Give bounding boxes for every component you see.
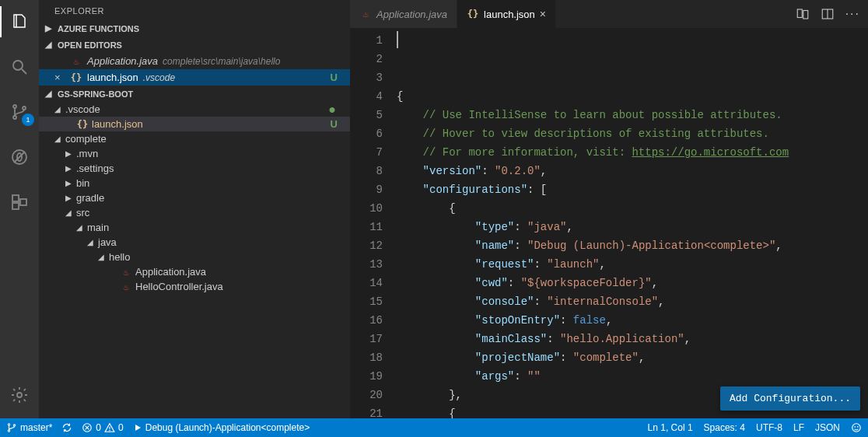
chevron-down-icon: ◢ (96, 253, 106, 261)
cursor (397, 31, 398, 48)
chevron-right-icon: ▶ (42, 23, 54, 33)
activity-settings[interactable] (0, 379, 39, 411)
svg-point-11 (17, 393, 22, 397)
open-editor-name: Application.java (87, 55, 158, 67)
tree-folder[interactable]: ▶.mvn (39, 146, 350, 161)
line-gutter: 123456789101112131415161718192021 (350, 28, 397, 418)
compare-icon[interactable] (796, 7, 810, 21)
open-editor-item[interactable]: ♨ Application.java complete\src\main\jav… (39, 53, 350, 69)
file-tree: ◢.vscode● {}launch.jsonU◢complete▶.mvn▶.… (39, 102, 350, 294)
tree-file[interactable]: ♨Application.java (39, 264, 350, 279)
tree-item-label: main (87, 222, 109, 233)
tab-label: Application.java (376, 9, 447, 20)
close-icon[interactable]: × (540, 8, 546, 20)
activity-debug[interactable] (0, 142, 39, 173)
svg-point-2 (13, 105, 16, 108)
section-project[interactable]: ◢ GS-SPRING-BOOT (39, 86, 350, 102)
tree-folder[interactable]: ▶gradle (39, 191, 350, 205)
svg-point-4 (23, 107, 26, 110)
tab-launch-json[interactable]: {} launch.json × (457, 0, 556, 28)
tree-file[interactable]: {}launch.jsonU (39, 117, 350, 131)
svg-point-26 (857, 427, 858, 428)
sync-icon (61, 422, 72, 433)
activity-extensions[interactable] (0, 187, 39, 218)
activity-explorer[interactable] (0, 6, 39, 37)
status-run-target[interactable]: Debug (Launch)-Application<complete> (133, 422, 310, 433)
tree-folder[interactable]: ▶.settings (39, 161, 350, 176)
svg-point-17 (8, 430, 9, 432)
editor-area: ♨ Application.java {} launch.json × ··· … (350, 0, 868, 418)
svg-point-23 (110, 430, 110, 431)
tree-folder[interactable]: ◢src (39, 205, 350, 220)
tree-item-label: Application.java (135, 266, 206, 278)
spacer (107, 282, 117, 291)
chevron-down-icon: ◢ (53, 135, 62, 143)
tree-item-label: complete (65, 133, 107, 145)
tree-item-label: bin (76, 177, 89, 189)
tree-item-label: .vscode (65, 103, 100, 115)
chevron-down-icon: ◢ (86, 238, 95, 246)
tree-folder[interactable]: ◢hello (39, 250, 350, 264)
code-content[interactable]: { // Use IntelliSense to learn about pos… (397, 28, 868, 418)
extensions-icon (10, 193, 29, 212)
add-configuration-button[interactable]: Add Configuration... (720, 386, 860, 411)
tree-item-label: launch.json (92, 118, 143, 130)
open-editor-item[interactable]: × {} launch.json .vscode U (39, 69, 350, 86)
status-eol[interactable]: LF (793, 422, 804, 433)
chevron-down-icon: ◢ (42, 40, 54, 50)
open-editor-name: launch.json (87, 72, 138, 83)
tree-item-label: HelloController.java (135, 281, 223, 292)
svg-rect-8 (12, 195, 19, 201)
status-sync[interactable] (61, 422, 72, 433)
svg-point-25 (855, 427, 856, 428)
branch-icon (6, 422, 17, 433)
svg-point-16 (8, 424, 9, 425)
gear-icon (10, 386, 29, 404)
section-label: GS-SPRING-BOOT (58, 89, 133, 99)
java-icon: ♨ (359, 9, 372, 19)
scm-badge: 1 (22, 114, 34, 126)
activity-scm[interactable]: 1 (0, 96, 39, 128)
tree-folder[interactable]: ◢java (39, 235, 350, 250)
explorer-sidebar: EXPLORER ▶ AZURE FUNCTIONS ◢ OPEN EDITOR… (39, 0, 350, 418)
chevron-down-icon: ◢ (64, 208, 73, 217)
status-branch[interactable]: master* (6, 422, 52, 433)
close-icon[interactable]: × (54, 72, 65, 83)
tab-label: launch.json (484, 9, 535, 20)
svg-rect-10 (20, 199, 26, 205)
tree-item-label: src (76, 207, 89, 218)
section-label: AZURE FUNCTIONS (58, 24, 139, 33)
activity-bar: 1 (0, 0, 39, 418)
status-position[interactable]: Ln 1, Col 1 (648, 422, 693, 433)
tree-folder[interactable]: ◢main (39, 220, 350, 235)
java-icon: ♨ (70, 56, 82, 67)
svg-point-0 (13, 61, 23, 70)
tree-file[interactable]: ♨HelloController.java (39, 279, 350, 294)
status-problems[interactable]: 0 0 (82, 422, 123, 433)
editor-body[interactable]: 123456789101112131415161718192021 { // U… (350, 28, 868, 418)
status-encoding[interactable]: UTF-8 (756, 422, 782, 433)
tab-application-java[interactable]: ♨ Application.java (350, 0, 457, 28)
smiley-icon (851, 422, 862, 433)
tree-folder[interactable]: ▶bin (39, 176, 350, 191)
more-icon[interactable]: ··· (845, 7, 860, 21)
activity-search[interactable] (0, 51, 39, 82)
status-feedback[interactable] (851, 422, 862, 433)
tab-actions: ··· (788, 0, 868, 28)
section-azure[interactable]: ▶ AZURE FUNCTIONS (39, 20, 350, 37)
chevron-down-icon: ◢ (75, 223, 84, 232)
status-language[interactable]: JSON (815, 422, 840, 433)
git-status: U (331, 118, 344, 130)
split-icon[interactable] (821, 7, 835, 21)
section-open-editors[interactable]: ◢ OPEN EDITORS (39, 37, 350, 53)
svg-rect-13 (803, 11, 807, 19)
tree-item-label: gradle (76, 192, 104, 204)
files-icon (10, 12, 29, 31)
tree-item-label: java (98, 236, 117, 248)
tree-folder[interactable]: ◢.vscode● (39, 102, 350, 117)
tree-folder[interactable]: ◢complete (39, 131, 350, 146)
json-icon: {} (70, 72, 82, 83)
open-editor-path: complete\src\main\java\hello (163, 56, 280, 67)
tree-item-label: .settings (76, 163, 114, 174)
status-spaces[interactable]: Spaces: 4 (704, 422, 745, 433)
